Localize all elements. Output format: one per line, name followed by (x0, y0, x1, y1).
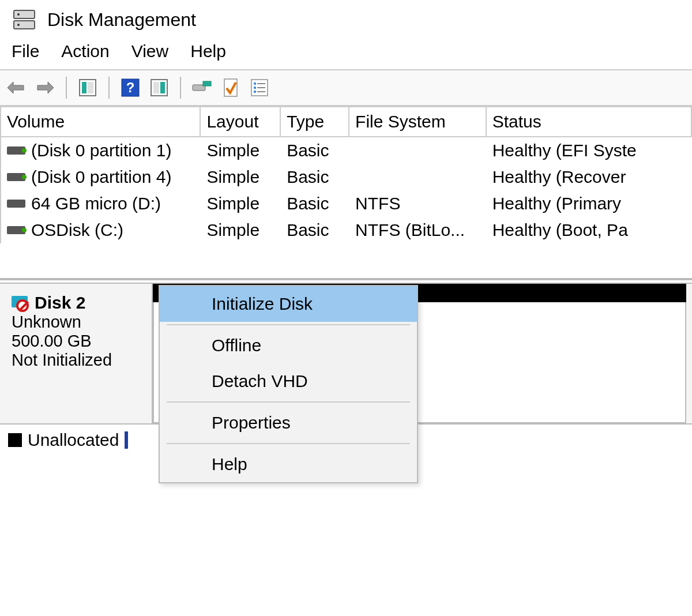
volume-type: Basic (281, 165, 349, 189)
svg-point-3 (17, 24, 20, 26)
show-hide-console-tree-icon[interactable] (76, 76, 99, 99)
menu-action[interactable]: Action (61, 42, 109, 61)
volume-type: Basic (281, 218, 349, 242)
volume-status: Healthy (Primary (487, 191, 692, 216)
svg-text:?: ? (126, 80, 135, 95)
disk-panel[interactable]: Disk 2 Unknown 500.00 GB Not Initialized… (0, 283, 692, 423)
volume-icon (7, 173, 25, 181)
menu-properties[interactable]: Properties (160, 405, 417, 441)
svg-marker-4 (7, 82, 24, 93)
volume-row[interactable]: OSDisk (C:)SimpleBasicNTFS (BitLo...Heal… (1, 217, 692, 243)
menu-file[interactable]: File (12, 42, 39, 61)
disk-name: Disk 2 (35, 293, 85, 313)
volume-name: (Disk 0 partition 4) (31, 167, 171, 187)
svg-rect-19 (257, 83, 265, 84)
volume-layout: Simple (201, 165, 281, 189)
svg-point-2 (17, 13, 20, 16)
disk-size: 500.00 GB (12, 332, 146, 351)
volume-row[interactable]: 64 GB micro (D:)SimpleBasicNTFSHealthy (… (1, 190, 692, 217)
volume-layout: Simple (201, 191, 281, 216)
legend-swatch-primary (125, 431, 128, 449)
volume-list: Volume Layout Type File System Status (D… (0, 106, 692, 243)
menu-help[interactable]: Help (160, 446, 417, 482)
disk-management-icon (12, 7, 37, 32)
menu-help[interactable]: Help (190, 42, 226, 61)
menu-offline[interactable]: Offline (160, 328, 417, 363)
toolbar-separator (66, 77, 67, 99)
svg-rect-18 (254, 82, 256, 85)
menu-initialize-disk[interactable]: Initialize Disk (160, 286, 417, 322)
volume-row[interactable]: (Disk 0 partition 1)SimpleBasicHealthy (… (1, 137, 692, 164)
svg-rect-21 (257, 87, 265, 88)
svg-rect-13 (160, 82, 165, 93)
window-title: Disk Management (47, 9, 196, 31)
column-type[interactable]: Type (281, 107, 349, 137)
volume-status: Healthy (EFI Syste (487, 138, 692, 163)
column-status[interactable]: Status (487, 107, 692, 137)
disk-kind: Unknown (12, 313, 146, 332)
forward-button[interactable] (33, 76, 57, 99)
toolbar: ? (0, 69, 692, 106)
svg-rect-12 (153, 82, 159, 93)
volume-fs: NTFS (BitLo... (349, 218, 487, 242)
menu-separator (167, 443, 410, 444)
help-icon[interactable]: ? (119, 76, 142, 99)
show-hide-action-pane-icon[interactable] (148, 76, 171, 99)
column-volume[interactable]: Volume (1, 107, 201, 137)
svg-rect-20 (254, 87, 256, 89)
volume-layout: Simple (201, 138, 281, 163)
back-button[interactable] (5, 76, 28, 99)
disk-state: Not Initialized (12, 351, 146, 370)
legend-swatch-unallocated (8, 433, 22, 447)
column-layout[interactable]: Layout (201, 107, 281, 137)
svg-rect-1 (14, 21, 35, 29)
column-file-system[interactable]: File System (349, 107, 487, 137)
disk-header[interactable]: Disk 2 Unknown 500.00 GB Not Initialized (0, 284, 153, 423)
svg-rect-23 (257, 91, 265, 92)
svg-rect-22 (254, 91, 256, 93)
volume-fs: NTFS (349, 191, 487, 216)
svg-rect-0 (14, 10, 35, 18)
svg-rect-8 (88, 82, 93, 93)
volume-row[interactable]: (Disk 0 partition 4)SimpleBasicHealthy (… (1, 164, 692, 190)
disk-graphic-pane: Disk 2 Unknown 500.00 GB Not Initialized… (0, 278, 692, 456)
refresh-icon[interactable] (190, 76, 213, 99)
volume-fs (349, 138, 487, 163)
volume-status: Healthy (Recover (487, 165, 692, 189)
menu-view[interactable]: View (131, 42, 168, 61)
svg-marker-5 (37, 82, 54, 93)
disk-context-menu: Initialize Disk Offline Detach VHD Prope… (159, 285, 418, 483)
volume-name: (Disk 0 partition 1) (31, 141, 171, 160)
volume-type: Basic (281, 138, 349, 163)
column-headers: Volume Layout Type File System Status (1, 107, 692, 137)
menu-bar: File Action View Help (0, 37, 692, 69)
svg-rect-15 (203, 81, 211, 86)
volume-icon (7, 200, 25, 208)
volume-icon (7, 226, 25, 234)
menu-detach-vhd[interactable]: Detach VHD (160, 363, 417, 399)
rescan-disks-icon[interactable] (219, 76, 242, 99)
title-bar: Disk Management (0, 0, 692, 37)
svg-rect-7 (82, 82, 86, 93)
volume-layout: Simple (201, 218, 281, 242)
disk-not-initialized-icon (12, 296, 31, 310)
volume-icon (7, 147, 25, 155)
legend-label-unallocated: Unallocated (28, 430, 119, 450)
volume-name: 64 GB micro (D:) (31, 194, 161, 213)
volume-status: Healthy (Boot, Pa (487, 218, 692, 242)
toolbar-separator (180, 77, 181, 99)
menu-separator (167, 324, 410, 325)
volume-fs (349, 165, 487, 189)
menu-separator (167, 401, 410, 403)
toolbar-separator (108, 77, 110, 99)
list-view-icon[interactable] (248, 76, 271, 99)
volume-name: OSDisk (C:) (31, 220, 123, 240)
volume-type: Basic (281, 191, 349, 216)
